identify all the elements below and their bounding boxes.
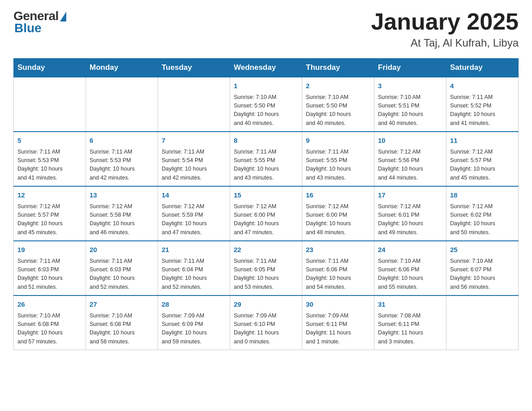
col-friday: Friday: [374, 59, 446, 77]
calendar-cell: 20Sunrise: 7:11 AM Sunset: 6:03 PM Dayli…: [86, 241, 158, 295]
calendar-cell: 6Sunrise: 7:11 AM Sunset: 5:53 PM Daylig…: [86, 132, 158, 186]
calendar-cell: 18Sunrise: 7:12 AM Sunset: 6:02 PM Dayli…: [446, 186, 519, 241]
calendar-cell: 17Sunrise: 7:12 AM Sunset: 6:01 PM Dayli…: [374, 186, 446, 241]
day-info: Sunrise: 7:11 AM Sunset: 5:54 PM Dayligh…: [162, 148, 226, 183]
day-info: Sunrise: 7:12 AM Sunset: 5:56 PM Dayligh…: [378, 148, 442, 183]
day-info: Sunrise: 7:12 AM Sunset: 5:57 PM Dayligh…: [450, 148, 515, 183]
calendar-cell: 25Sunrise: 7:10 AM Sunset: 6:07 PM Dayli…: [446, 241, 519, 295]
day-info: Sunrise: 7:10 AM Sunset: 6:07 PM Dayligh…: [450, 257, 515, 292]
day-number: 18: [450, 190, 515, 201]
day-number: 7: [162, 136, 226, 146]
calendar-cell: [86, 77, 158, 132]
calendar-cell: [446, 295, 519, 350]
calendar-cell: 10Sunrise: 7:12 AM Sunset: 5:56 PM Dayli…: [374, 132, 446, 186]
calendar-cell: [14, 77, 86, 132]
calendar-cell: 3Sunrise: 7:10 AM Sunset: 5:51 PM Daylig…: [374, 77, 446, 132]
day-number: 31: [378, 300, 442, 310]
day-number: 3: [378, 81, 442, 91]
day-number: 20: [90, 245, 154, 255]
col-thursday: Thursday: [302, 59, 374, 77]
day-number: 24: [378, 245, 442, 255]
day-number: 5: [17, 136, 82, 146]
calendar-cell: 5Sunrise: 7:11 AM Sunset: 5:53 PM Daylig…: [14, 132, 86, 186]
calendar-cell: 19Sunrise: 7:11 AM Sunset: 6:03 PM Dayli…: [14, 241, 86, 295]
calendar-week-3: 12Sunrise: 7:12 AM Sunset: 5:57 PM Dayli…: [14, 186, 519, 241]
day-number: 22: [234, 245, 298, 255]
col-sunday: Sunday: [14, 59, 86, 77]
calendar-cell: 31Sunrise: 7:08 AM Sunset: 6:11 PM Dayli…: [374, 295, 446, 350]
day-info: Sunrise: 7:10 AM Sunset: 6:08 PM Dayligh…: [90, 312, 154, 347]
calendar-header: Sunday Monday Tuesday Wednesday Thursday…: [14, 59, 519, 77]
day-info: Sunrise: 7:11 AM Sunset: 5:55 PM Dayligh…: [306, 148, 370, 183]
day-info: Sunrise: 7:10 AM Sunset: 6:06 PM Dayligh…: [378, 257, 442, 292]
calendar-cell: 23Sunrise: 7:11 AM Sunset: 6:06 PM Dayli…: [302, 241, 374, 295]
day-number: 11: [450, 136, 515, 146]
day-number: 13: [90, 190, 154, 201]
calendar-cell: 13Sunrise: 7:12 AM Sunset: 5:58 PM Dayli…: [86, 186, 158, 241]
col-monday: Monday: [86, 59, 158, 77]
day-number: 30: [306, 300, 370, 310]
day-info: Sunrise: 7:11 AM Sunset: 5:52 PM Dayligh…: [450, 93, 515, 128]
day-number: 23: [306, 245, 370, 255]
day-info: Sunrise: 7:11 AM Sunset: 5:53 PM Dayligh…: [90, 148, 154, 183]
day-number: 21: [162, 245, 226, 255]
calendar-table: Sunday Monday Tuesday Wednesday Thursday…: [13, 58, 519, 350]
day-number: 16: [306, 190, 370, 201]
day-info: Sunrise: 7:11 AM Sunset: 6:03 PM Dayligh…: [17, 257, 82, 292]
calendar-cell: 14Sunrise: 7:12 AM Sunset: 5:59 PM Dayli…: [158, 186, 230, 241]
day-info: Sunrise: 7:12 AM Sunset: 5:58 PM Dayligh…: [90, 202, 154, 237]
day-info: Sunrise: 7:12 AM Sunset: 5:57 PM Dayligh…: [17, 202, 82, 237]
day-info: Sunrise: 7:11 AM Sunset: 5:55 PM Dayligh…: [234, 148, 298, 183]
calendar-cell: 22Sunrise: 7:11 AM Sunset: 6:05 PM Dayli…: [230, 241, 302, 295]
day-number: 26: [17, 300, 82, 310]
day-info: Sunrise: 7:12 AM Sunset: 6:00 PM Dayligh…: [234, 202, 298, 237]
calendar-cell: 1Sunrise: 7:10 AM Sunset: 5:50 PM Daylig…: [230, 77, 302, 132]
day-info: Sunrise: 7:12 AM Sunset: 6:00 PM Dayligh…: [306, 202, 370, 237]
col-wednesday: Wednesday: [230, 59, 302, 77]
day-info: Sunrise: 7:09 AM Sunset: 6:10 PM Dayligh…: [234, 312, 298, 347]
day-info: Sunrise: 7:11 AM Sunset: 6:06 PM Dayligh…: [306, 257, 370, 292]
logo-blue-text: Blue: [14, 21, 42, 35]
day-info: Sunrise: 7:12 AM Sunset: 6:02 PM Dayligh…: [450, 202, 515, 237]
calendar-cell: 8Sunrise: 7:11 AM Sunset: 5:55 PM Daylig…: [230, 132, 302, 186]
logo-triangle-icon: [60, 12, 66, 21]
day-info: Sunrise: 7:08 AM Sunset: 6:11 PM Dayligh…: [378, 312, 442, 347]
day-info: Sunrise: 7:10 AM Sunset: 5:50 PM Dayligh…: [306, 93, 370, 128]
calendar-cell: 16Sunrise: 7:12 AM Sunset: 6:00 PM Dayli…: [302, 186, 374, 241]
day-info: Sunrise: 7:11 AM Sunset: 5:53 PM Dayligh…: [17, 148, 82, 183]
location-title: At Taj, Al Kufrah, Libya: [371, 37, 519, 49]
day-number: 2: [306, 81, 370, 91]
day-number: 28: [162, 300, 226, 310]
header-row: Sunday Monday Tuesday Wednesday Thursday…: [14, 59, 519, 77]
day-info: Sunrise: 7:10 AM Sunset: 5:50 PM Dayligh…: [234, 93, 298, 128]
day-number: 17: [378, 190, 442, 201]
calendar-cell: 27Sunrise: 7:10 AM Sunset: 6:08 PM Dayli…: [86, 295, 158, 350]
calendar-cell: 2Sunrise: 7:10 AM Sunset: 5:50 PM Daylig…: [302, 77, 374, 132]
col-saturday: Saturday: [446, 59, 519, 77]
day-number: 8: [234, 136, 298, 146]
day-number: 4: [450, 81, 515, 91]
month-title: January 2025: [371, 9, 519, 34]
calendar-cell: [158, 77, 230, 132]
day-number: 1: [234, 81, 298, 91]
day-info: Sunrise: 7:09 AM Sunset: 6:09 PM Dayligh…: [162, 312, 226, 347]
day-info: Sunrise: 7:12 AM Sunset: 6:01 PM Dayligh…: [378, 202, 442, 237]
day-info: Sunrise: 7:10 AM Sunset: 5:51 PM Dayligh…: [378, 93, 442, 128]
day-number: 27: [90, 300, 154, 310]
day-number: 19: [17, 245, 82, 255]
calendar-cell: 29Sunrise: 7:09 AM Sunset: 6:10 PM Dayli…: [230, 295, 302, 350]
day-number: 15: [234, 190, 298, 201]
title-section: January 2025 At Taj, Al Kufrah, Libya: [371, 9, 519, 49]
calendar-cell: 26Sunrise: 7:10 AM Sunset: 6:08 PM Dayli…: [14, 295, 86, 350]
logo: General Blue: [13, 9, 66, 35]
page-header: General Blue January 2025 At Taj, Al Kuf…: [13, 9, 519, 49]
day-info: Sunrise: 7:11 AM Sunset: 6:04 PM Dayligh…: [162, 257, 226, 292]
calendar-week-1: 1Sunrise: 7:10 AM Sunset: 5:50 PM Daylig…: [14, 77, 519, 132]
calendar-cell: 12Sunrise: 7:12 AM Sunset: 5:57 PM Dayli…: [14, 186, 86, 241]
calendar-cell: 30Sunrise: 7:09 AM Sunset: 6:11 PM Dayli…: [302, 295, 374, 350]
day-number: 12: [17, 190, 82, 201]
day-number: 10: [378, 136, 442, 146]
calendar-cell: 11Sunrise: 7:12 AM Sunset: 5:57 PM Dayli…: [446, 132, 519, 186]
day-number: 9: [306, 136, 370, 146]
calendar-week-5: 26Sunrise: 7:10 AM Sunset: 6:08 PM Dayli…: [14, 295, 519, 350]
